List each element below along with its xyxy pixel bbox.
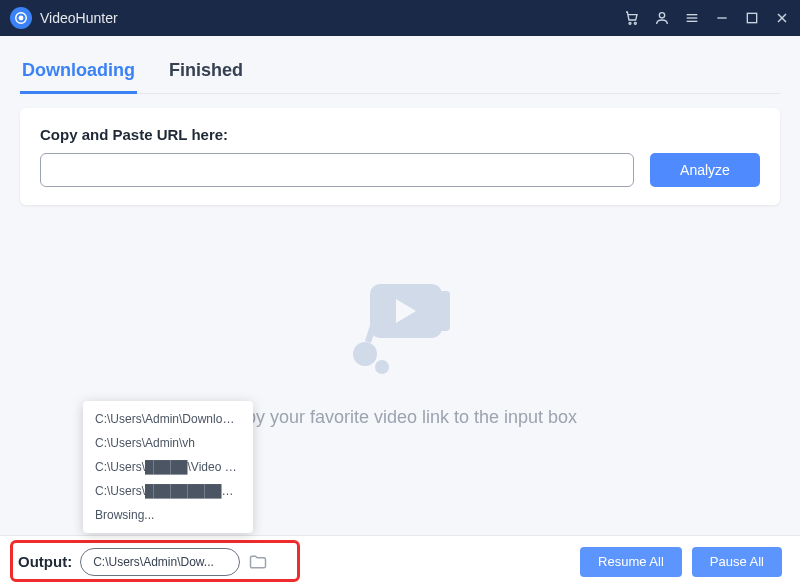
dropdown-item[interactable]: C:\Users\Admin\vh <box>83 431 253 455</box>
main-content: Downloading Finished Copy and Paste URL … <box>0 36 800 438</box>
cart-icon[interactable] <box>624 10 640 26</box>
dropdown-item[interactable]: C:\Users\█████\Video Hun... <box>83 455 253 479</box>
user-icon[interactable] <box>654 10 670 26</box>
minimize-icon[interactable] <box>714 10 730 26</box>
url-card: Copy and Paste URL here: Analyze <box>20 108 780 205</box>
svg-point-2 <box>629 22 631 24</box>
output-dropdown[interactable]: C:\Users\Admin\Downloads C:\Users\Admin\… <box>83 401 253 533</box>
dropdown-item[interactable]: Browsing... <box>83 503 253 527</box>
svg-point-14 <box>353 342 377 366</box>
folder-icon[interactable] <box>248 552 268 572</box>
menu-icon[interactable] <box>684 10 700 26</box>
empty-illustration <box>330 249 470 389</box>
url-label: Copy and Paste URL here: <box>40 126 760 143</box>
tabs: Downloading Finished <box>20 54 780 94</box>
dropdown-item[interactable]: C:\Users\██████████\Do... <box>83 479 253 503</box>
app-logo-icon <box>10 7 32 29</box>
svg-point-3 <box>634 22 636 24</box>
dropdown-item[interactable]: C:\Users\Admin\Downloads <box>83 407 253 431</box>
footer: Output: C:\Users\Admin\Dow... Resume All… <box>0 535 800 587</box>
titlebar-controls <box>624 10 790 26</box>
url-input[interactable] <box>40 153 634 187</box>
tab-finished[interactable]: Finished <box>167 54 245 94</box>
svg-point-1 <box>19 16 23 20</box>
tab-downloading[interactable]: Downloading <box>20 54 137 94</box>
app-title: VideoHunter <box>40 10 624 26</box>
titlebar: VideoHunter <box>0 0 800 36</box>
svg-rect-13 <box>430 291 450 331</box>
close-icon[interactable] <box>774 10 790 26</box>
maximize-icon[interactable] <box>744 10 760 26</box>
analyze-button[interactable]: Analyze <box>650 153 760 187</box>
svg-point-15 <box>375 360 389 374</box>
output-label: Output: <box>18 553 72 570</box>
pause-all-button[interactable]: Pause All <box>692 547 782 577</box>
resume-all-button[interactable]: Resume All <box>580 547 682 577</box>
output-path-field[interactable]: C:\Users\Admin\Dow... <box>80 548 240 576</box>
svg-point-4 <box>659 13 664 18</box>
svg-rect-9 <box>747 13 756 22</box>
